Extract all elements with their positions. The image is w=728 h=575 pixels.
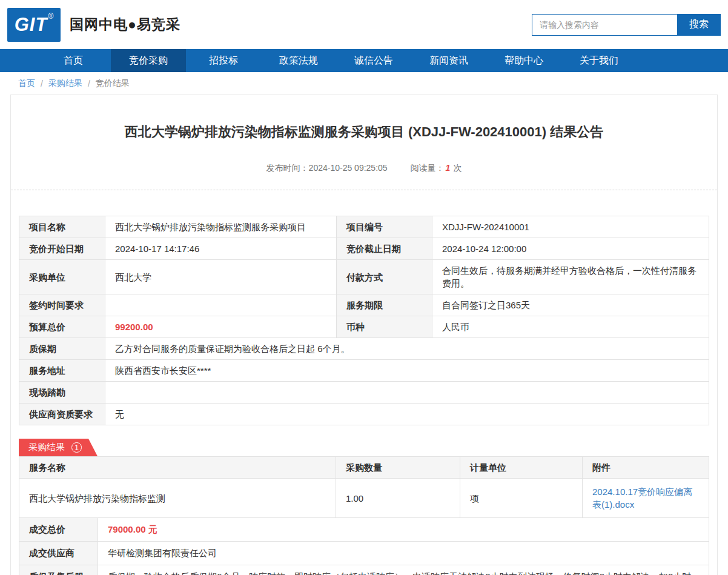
info-value: 陕西省西安市长安区****: [105, 360, 709, 382]
info-label: 服务地址: [19, 360, 105, 382]
search-box: 搜索: [532, 14, 721, 36]
table-row: 签约时间要求 服务期限 自合同签订之日365天: [19, 294, 709, 316]
table-row: 服务地址 陕西省西安市长安区****: [19, 360, 709, 382]
table-row: 项目名称 西北大学锅炉排放污染物指标监测服务采购项目 项目编号 XDJJ-FW-…: [19, 216, 709, 238]
table-row: 预算总价 99200.00 币种 人民币: [19, 316, 709, 338]
table-row: 供应商资质要求 无: [19, 404, 709, 425]
col-header-unit: 计量单位: [460, 457, 583, 479]
info-value: XDJJ-FW-202410001: [432, 216, 709, 238]
content-card: 西北大学锅炉排放污染物指标监测服务采购项目 (XDJJ-FW-202410001…: [10, 95, 718, 575]
purchase-result-section: 采购结果 1: [19, 439, 709, 456]
views-label: 阅读量：: [411, 163, 445, 173]
info-value: [105, 382, 709, 404]
info-label: 币种: [337, 316, 432, 338]
badge-count: 1: [71, 442, 82, 453]
nav-item-integrity-notices[interactable]: 诚信公告: [336, 49, 411, 72]
info-label: 付款方式: [337, 260, 432, 294]
nav-item-bidding-purchase[interactable]: 竞价采购: [111, 49, 186, 72]
deal-detail-table: 成交总价 79000.00 元 成交供应商 华研检测集团有限责任公司 质保及售后…: [19, 517, 709, 575]
site-name: 国网中电●易竞采: [70, 15, 180, 34]
table-row: 竞价开始日期 2024-10-17 14:17:46 竞价截止日期 2024-1…: [19, 238, 709, 260]
breadcrumb-separator: /: [88, 79, 90, 88]
nav-item-help-center[interactable]: 帮助中心: [486, 49, 561, 72]
logo-text: GIT: [15, 8, 48, 42]
info-value: 2024-10-17 14:17:46: [105, 238, 337, 260]
git-logo[interactable]: GIT ®: [7, 8, 61, 42]
deal-total-value: 79000.00 元: [98, 518, 709, 542]
result-table: 服务名称 采购数量 计量单位 附件 西北大学锅炉排放污染物指标监测 1.00 项…: [19, 456, 709, 518]
nav-item-about-us[interactable]: 关于我们: [561, 49, 637, 72]
badge-label: 采购结果: [28, 442, 65, 453]
info-value: 自合同签订之日365天: [432, 294, 709, 316]
nav-item-home[interactable]: 首页: [36, 49, 111, 72]
nav-item-policies[interactable]: 政策法规: [261, 49, 336, 72]
col-header-attachment: 附件: [583, 457, 709, 479]
warranty-service-value: 质保期：验收合格后质保期6个月。响应时效：即时响应（包括电话响应）；电话响应无法…: [98, 565, 709, 575]
breadcrumb: 首页 / 采购结果 / 竞价结果: [0, 72, 728, 95]
breadcrumb-home[interactable]: 首页: [18, 78, 35, 89]
deal-supplier-value: 华研检测集团有限责任公司: [98, 542, 709, 565]
search-button[interactable]: 搜索: [677, 14, 721, 36]
breadcrumb-purchase-results[interactable]: 采购结果: [48, 78, 82, 89]
service-name-cell: 西北大学锅炉排放污染物指标监测: [19, 479, 336, 518]
info-value: 2024-10-24 12:00:00: [432, 238, 709, 260]
table-header-row: 服务名称 采购数量 计量单位 附件: [19, 457, 709, 479]
search-input[interactable]: [532, 14, 677, 36]
deal-total-label: 成交总价: [19, 518, 98, 542]
info-label: 项目编号: [337, 216, 432, 238]
main-nav: 首页 竞价采购 招投标 政策法规 诚信公告 新闻资讯 帮助中心 关于我们: [0, 49, 728, 72]
attachment-link[interactable]: 2024.10.17竞价响应偏离表(1).docx: [592, 487, 692, 510]
brand: GIT ® 国网中电●易竞采: [7, 8, 180, 42]
info-value: [105, 294, 337, 316]
table-row: 质保及售后服务 质保期：验收合格后质保期6个月。响应时效：即时响应（包括电话响应…: [19, 565, 709, 575]
info-label: 签约时间要求: [19, 294, 105, 316]
page-title: 西北大学锅炉排放污染物指标监测服务采购项目 (XDJJ-FW-202410001…: [19, 95, 709, 141]
col-header-quantity: 采购数量: [336, 457, 460, 479]
dashed-divider: [11, 190, 717, 190]
info-value: 西北大学: [105, 260, 337, 294]
info-label: 项目名称: [19, 216, 105, 238]
table-row: 西北大学锅炉排放污染物指标监测 1.00 项 2024.10.17竞价响应偏离表…: [19, 479, 709, 518]
col-header-service-name: 服务名称: [19, 457, 336, 479]
info-value: 西北大学锅炉排放污染物指标监测服务采购项目: [105, 216, 337, 238]
views-count: 1: [446, 163, 451, 173]
budget-total-value: 99200.00: [105, 316, 337, 338]
info-label: 供应商资质要求: [19, 404, 105, 425]
breadcrumb-separator: /: [41, 79, 43, 88]
info-value: 无: [105, 404, 709, 425]
attachment-cell: 2024.10.17竞价响应偏离表(1).docx: [583, 479, 709, 518]
info-label: 质保期: [19, 338, 105, 360]
breadcrumb-current: 竞价结果: [96, 78, 130, 89]
info-label: 服务期限: [337, 294, 432, 316]
purchase-result-badge: 采购结果 1: [19, 439, 98, 456]
article-meta: 发布时间：2024-10-25 09:25:05阅读量：1次: [19, 163, 709, 174]
info-label: 采购单位: [19, 260, 105, 294]
nav-item-news[interactable]: 新闻资讯: [411, 49, 486, 72]
info-value: 人民币: [432, 316, 709, 338]
table-row: 成交总价 79000.00 元: [19, 518, 709, 542]
info-label: 竞价开始日期: [19, 238, 105, 260]
warranty-service-label: 质保及售后服务: [19, 565, 98, 575]
quantity-cell: 1.00: [336, 479, 460, 518]
deal-supplier-label: 成交供应商: [19, 542, 98, 565]
unit-cell: 项: [460, 479, 583, 518]
project-info-table: 项目名称 西北大学锅炉排放污染物指标监测服务采购项目 项目编号 XDJJ-FW-…: [19, 216, 709, 425]
table-row: 采购单位 西北大学 付款方式 合同生效后，待服务期满并经甲方验收合格后，一次性付…: [19, 260, 709, 294]
top-header: GIT ® 国网中电●易竞采 搜索: [0, 0, 728, 49]
table-row: 现场踏勘: [19, 382, 709, 404]
info-value: 合同生效后，待服务期满并经甲方验收合格后，一次性付清服务费用。: [432, 260, 709, 294]
table-row: 成交供应商 华研检测集团有限责任公司: [19, 542, 709, 565]
info-label: 现场踏勘: [19, 382, 105, 404]
info-label: 预算总价: [19, 316, 105, 338]
publish-time-value: 2024-10-25 09:25:05: [309, 163, 388, 173]
table-row: 质保期 乙方对合同服务的质量保证期为验收合格后之日起 6个月。: [19, 338, 709, 360]
views-unit: 次: [453, 163, 462, 173]
registered-trademark-icon: ®: [48, 12, 53, 21]
publish-time-label: 发布时间：: [266, 163, 309, 173]
nav-item-tendering[interactable]: 招投标: [186, 49, 261, 72]
info-value: 乙方对合同服务的质量保证期为验收合格后之日起 6个月。: [105, 338, 709, 360]
info-label: 竞价截止日期: [337, 238, 432, 260]
